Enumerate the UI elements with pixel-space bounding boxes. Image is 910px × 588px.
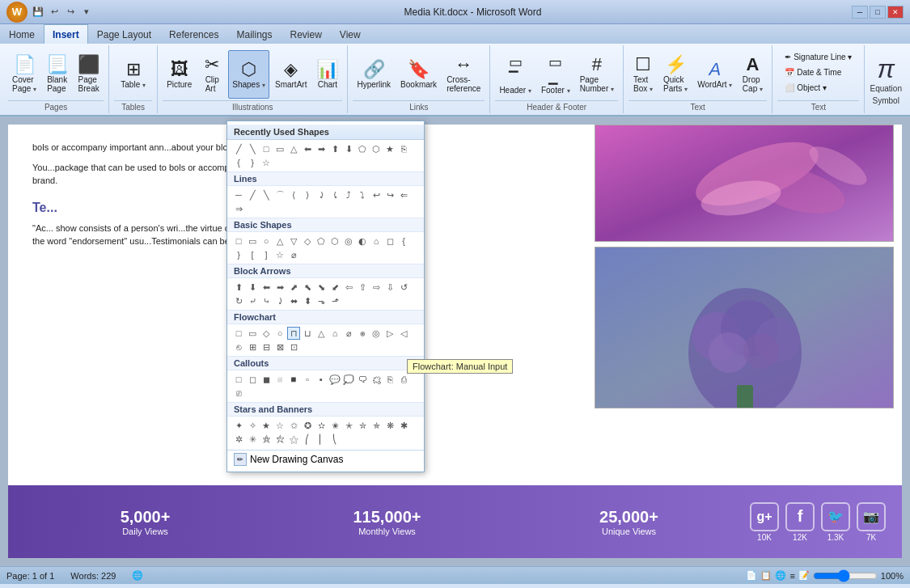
drop-cap-btn[interactable]: A DropCap ▾ [738, 50, 767, 99]
ba-16[interactable]: ⤷ [260, 294, 273, 307]
page-number-btn[interactable]: # PageNumber ▾ [576, 50, 618, 99]
ba-8[interactable]: ⬋ [328, 281, 341, 294]
line-2[interactable]: ╱ [246, 188, 259, 201]
bs-6[interactable]: ◇ [301, 235, 314, 247]
sb-1[interactable]: ✦ [232, 419, 245, 432]
line-3[interactable]: ╲ [260, 188, 273, 201]
co-7[interactable]: ▪ [315, 373, 328, 386]
sb-7[interactable]: ✫ [315, 419, 328, 432]
ba-12[interactable]: ⇩ [383, 281, 396, 294]
close-btn[interactable]: ✕ [887, 6, 904, 19]
co-1[interactable]: □ [232, 373, 245, 386]
sb-18[interactable]: ⚝ [287, 433, 300, 446]
office-button[interactable]: W [6, 2, 28, 23]
table-btn[interactable]: ⊞ Table ▾ [116, 50, 150, 99]
sb-3[interactable]: ★ [260, 419, 273, 432]
line-14[interactable]: ⇒ [232, 202, 245, 215]
picture-btn[interactable]: 🖼 Picture [163, 50, 196, 99]
bs-4[interactable]: △ [273, 235, 286, 247]
shape-curl2[interactable]: } [246, 156, 259, 169]
shape-arrow3[interactable]: ⬆ [328, 142, 341, 155]
view-outline[interactable]: ≡ [789, 571, 794, 581]
line-7[interactable]: ⤸ [315, 188, 328, 201]
bs-16[interactable]: ] [260, 248, 273, 261]
shape-hex[interactable]: ⬡ [370, 142, 383, 155]
line-12[interactable]: ↪ [383, 188, 396, 201]
ba-18[interactable]: ⬌ [287, 294, 300, 307]
blank-page-btn[interactable]: 📃 BlankPage [42, 50, 72, 99]
bs-17[interactable]: ☆ [273, 248, 286, 261]
line-1[interactable]: ─ [232, 188, 245, 201]
co-14[interactable]: ⎚ [232, 387, 245, 400]
fc-11[interactable]: ◎ [370, 327, 383, 340]
line-13[interactable]: ⇐ [397, 188, 410, 201]
tab-home[interactable]: Home [0, 24, 44, 44]
fc-9[interactable]: ⌀ [342, 327, 355, 340]
cover-page-btn[interactable]: 📄 CoverPage ▾ [8, 50, 40, 99]
co-12[interactable]: ⎘ [383, 373, 396, 386]
zoom-slider[interactable] [813, 570, 878, 582]
bs-2[interactable]: ▭ [246, 235, 259, 247]
co-8[interactable]: 💬 [328, 373, 341, 386]
fc-5[interactable]: ⊓ [287, 327, 300, 340]
fc-4[interactable]: ○ [273, 327, 286, 340]
clip-art-btn[interactable]: ✂ ClipArt [197, 50, 226, 99]
object-btn[interactable]: ⬜ Object ▾ [781, 81, 830, 95]
fc-2[interactable]: ▭ [246, 327, 259, 340]
bs-18[interactable]: ⌀ [287, 248, 300, 261]
sb-19[interactable]: ⎛ [301, 433, 314, 446]
bs-12[interactable]: ◻ [383, 235, 396, 247]
date-time-btn[interactable]: 📅 Date & Time [781, 66, 845, 80]
ba-9[interactable]: ⇦ [342, 281, 355, 294]
line-4[interactable]: ⌒ [273, 188, 286, 201]
bs-15[interactable]: [ [246, 248, 259, 261]
shape-star[interactable]: ★ [383, 142, 396, 155]
shape-banner[interactable]: ⎘ [397, 142, 410, 155]
bs-10[interactable]: ◐ [356, 235, 369, 247]
redo-btn[interactable]: ↪ [63, 5, 78, 19]
fc-6[interactable]: ⊔ [301, 327, 314, 340]
ba-7[interactable]: ⬊ [315, 281, 328, 294]
fc-17[interactable]: ⊠ [273, 341, 286, 353]
ba-1[interactable]: ⬆ [232, 281, 245, 294]
sb-12[interactable]: ❋ [383, 419, 396, 432]
sb-2[interactable]: ✧ [246, 419, 259, 432]
co-4[interactable]: ◽ [273, 373, 286, 386]
undo-btn[interactable]: ↩ [47, 5, 61, 19]
tab-insert[interactable]: Insert [44, 24, 88, 44]
ba-2[interactable]: ⬇ [246, 281, 259, 294]
bs-7[interactable]: ⬠ [315, 235, 328, 247]
ba-15[interactable]: ⤶ [246, 294, 259, 307]
bs-8[interactable]: ⬡ [328, 235, 341, 247]
shape-line[interactable]: ╱ [232, 142, 245, 155]
fc-1[interactable]: □ [232, 327, 245, 340]
fc-16[interactable]: ⊟ [260, 341, 273, 353]
hyperlink-btn[interactable]: 🔗 Hyperlink [353, 50, 395, 99]
sb-9[interactable]: ✭ [342, 419, 355, 432]
co-3[interactable]: ◼ [260, 373, 273, 386]
tab-view[interactable]: View [331, 24, 370, 44]
shape-arrow2[interactable]: ➡ [315, 142, 328, 155]
sb-8[interactable]: ✬ [328, 419, 341, 432]
new-drawing-canvas-btn[interactable]: ✏ New Drawing Canvas [227, 450, 424, 468]
ba-5[interactable]: ⬈ [287, 281, 300, 294]
text-box-btn[interactable]: ☐ TextBox ▾ [629, 50, 658, 99]
sb-4[interactable]: ☆ [273, 419, 286, 432]
ba-17[interactable]: ⤸ [273, 294, 286, 307]
ba-14[interactable]: ↻ [232, 294, 245, 307]
sb-16[interactable]: ⛤ [260, 433, 273, 446]
sb-13[interactable]: ✱ [397, 419, 410, 432]
view-full[interactable]: 📋 [760, 570, 772, 581]
shape-roundrect[interactable]: ▭ [273, 142, 286, 155]
view-draft[interactable]: 📝 [798, 570, 810, 581]
line-10[interactable]: ⤵ [356, 188, 369, 201]
ba-20[interactable]: ⬎ [315, 294, 328, 307]
ba-11[interactable]: ⇨ [370, 281, 383, 294]
shape-star2[interactable]: ☆ [260, 156, 273, 169]
fc-10[interactable]: ⎈ [356, 327, 369, 340]
sb-14[interactable]: ✲ [232, 433, 245, 446]
ba-4[interactable]: ➡ [273, 281, 286, 294]
bookmark-btn[interactable]: 🔖 Bookmark [396, 50, 441, 99]
view-web[interactable]: 🌐 [775, 570, 786, 581]
sb-10[interactable]: ✮ [356, 419, 369, 432]
